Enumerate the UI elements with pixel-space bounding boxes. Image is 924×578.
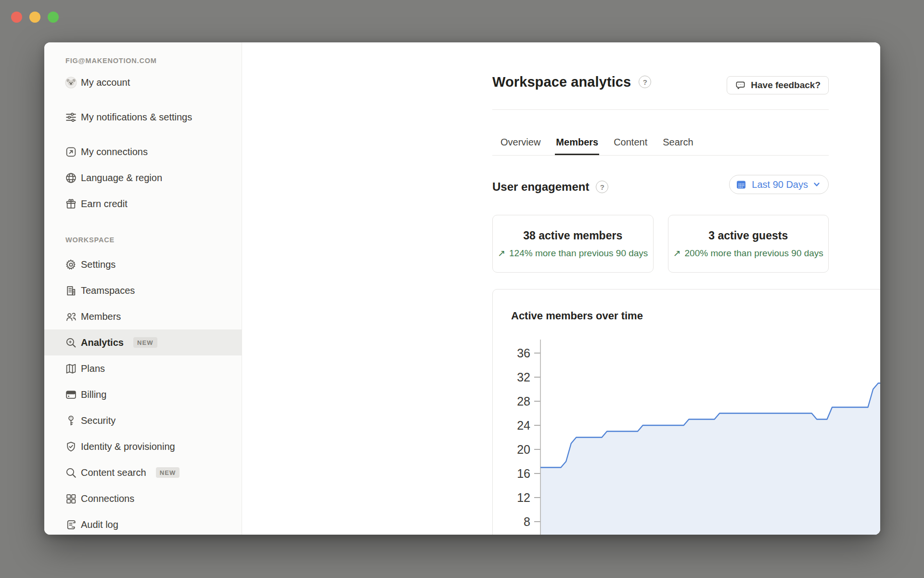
active-members-stat-card: 38 active members ↗ 124% more than previ… — [492, 215, 654, 273]
sliders-icon — [64, 111, 77, 123]
date-range-label: Last 90 Days — [752, 179, 808, 190]
stat-delta-text: 124% more than previous 90 days — [509, 248, 648, 259]
sidebar-item-security[interactable]: Security — [44, 407, 242, 434]
grid-icon — [64, 492, 77, 505]
main-content: Workspace analytics ? Have feedback? Ove… — [242, 42, 880, 535]
svg-text:24: 24 — [517, 419, 530, 432]
account-email-label: FIG@MAKENOTION.COM — [44, 52, 242, 69]
settings-window: FIG@MAKENOTION.COM My account — [44, 42, 880, 535]
svg-text:8: 8 — [524, 515, 530, 528]
sidebar-item-label: My account — [81, 77, 130, 88]
svg-text:32: 32 — [517, 370, 530, 384]
feedback-button-label: Have feedback? — [751, 80, 821, 91]
sidebar-item-settings[interactable]: Settings — [44, 251, 242, 277]
shield-check-icon — [64, 440, 77, 453]
sidebar-item-label: Analytics — [81, 337, 124, 348]
key-icon — [64, 414, 77, 427]
sidebar-item-label: Security — [81, 415, 116, 426]
svg-text:20: 20 — [517, 443, 530, 456]
sidebar-item-members[interactable]: Members — [44, 303, 242, 329]
sidebar-item-label: Connections — [81, 493, 134, 504]
map-icon — [64, 362, 77, 375]
sidebar-item-label: Content search — [81, 467, 146, 478]
tab-content[interactable]: Content — [613, 129, 648, 155]
sidebar-item-audit-log[interactable]: Audit log — [44, 512, 242, 535]
calendar-icon — [735, 179, 747, 190]
stat-delta: ↗ 200% more than previous 90 days — [673, 248, 823, 259]
svg-text:16: 16 — [517, 467, 530, 480]
people-icon — [64, 310, 77, 323]
sidebar-item-label: Earn credit — [81, 198, 128, 210]
tab-search[interactable]: Search — [662, 129, 694, 155]
analytics-tabs: Overview Members Content Search — [492, 129, 829, 156]
credit-card-icon — [64, 388, 77, 401]
workspace-section-label: WORKSPACE — [44, 231, 242, 249]
sidebar-item-label: Identity & provisioning — [81, 441, 175, 452]
chevron-down-icon — [813, 181, 821, 188]
sidebar-item-content-search[interactable]: Content search NEW — [44, 460, 242, 486]
new-badge: NEW — [156, 467, 180, 478]
svg-text:28: 28 — [517, 394, 530, 408]
svg-text:12: 12 — [517, 491, 530, 504]
window-close-button[interactable] — [11, 12, 22, 23]
sidebar-item-my-notifications-settings[interactable]: My notifications & settings — [44, 95, 242, 139]
sidebar-item-analytics[interactable]: Analytics NEW — [44, 329, 242, 355]
stat-value: 38 active members — [523, 229, 622, 242]
arrow-up-right-box-icon — [64, 145, 77, 158]
sidebar-item-label: Plans — [81, 363, 105, 374]
scroll-icon — [64, 518, 77, 531]
stat-delta-text: 200% more than previous 90 days — [685, 248, 823, 259]
sidebar-item-label: My notifications & settings — [81, 108, 196, 126]
avatar — [64, 76, 77, 89]
new-badge: NEW — [133, 337, 157, 348]
magnifier-sparkle-icon — [64, 336, 77, 349]
sidebar-item-billing[interactable]: Billing — [44, 381, 242, 407]
user-engagement-heading: User engagement — [492, 180, 589, 194]
sidebar-item-connections[interactable]: Connections — [44, 486, 242, 512]
sidebar-item-my-account[interactable]: My account — [44, 69, 242, 95]
stat-value: 3 active guests — [708, 229, 788, 242]
sidebar-item-plans[interactable]: Plans — [44, 355, 242, 381]
window-minimize-button[interactable] — [29, 12, 40, 23]
sidebar-item-language-region[interactable]: Language & region — [44, 165, 242, 191]
speech-bubble-icon — [735, 80, 746, 91]
sidebar-item-label: Settings — [81, 259, 116, 270]
window-zoom-button[interactable] — [48, 12, 59, 23]
tab-overview[interactable]: Overview — [500, 129, 541, 155]
sidebar-item-identity-provisioning[interactable]: Identity & provisioning — [44, 434, 242, 460]
page-title: Workspace analytics — [492, 74, 631, 90]
trend-up-icon: ↗ — [673, 249, 681, 258]
sidebar-item-label: My connections — [81, 146, 148, 158]
trend-up-icon: ↗ — [498, 249, 505, 258]
sidebar-item-label: Members — [81, 311, 121, 322]
have-feedback-button[interactable]: Have feedback? — [727, 76, 829, 94]
gift-icon — [64, 197, 77, 210]
active-members-chart-card: Active members over time 363228242016128 — [492, 289, 880, 535]
sidebar-item-label: Teamspaces — [81, 285, 135, 296]
sidebar-item-label: Billing — [81, 389, 106, 400]
sidebar-item-earn-credit[interactable]: Earn credit — [44, 191, 242, 217]
sidebar-item-my-connections[interactable]: My connections — [44, 139, 242, 165]
globe-icon — [64, 171, 77, 184]
sidebar-item-label: Language & region — [81, 172, 162, 184]
date-range-dropdown[interactable]: Last 90 Days — [729, 175, 829, 194]
help-icon[interactable]: ? — [596, 181, 608, 193]
building-icon — [64, 284, 77, 297]
stat-delta: ↗ 124% more than previous 90 days — [498, 248, 648, 259]
tab-members[interactable]: Members — [555, 129, 599, 155]
svg-text:36: 36 — [517, 346, 530, 360]
header-divider — [492, 109, 829, 110]
sidebar-item-teamspaces[interactable]: Teamspaces — [44, 277, 242, 303]
active-guests-stat-card: 3 active guests ↗ 200% more than previou… — [668, 215, 829, 273]
help-icon[interactable]: ? — [639, 76, 651, 88]
gear-icon — [64, 258, 77, 271]
sidebar-item-label: Audit log — [81, 519, 118, 530]
active-members-area-chart: 363228242016128 — [493, 289, 880, 535]
magnifier-icon — [64, 466, 77, 479]
settings-sidebar: FIG@MAKENOTION.COM My account — [44, 42, 242, 535]
